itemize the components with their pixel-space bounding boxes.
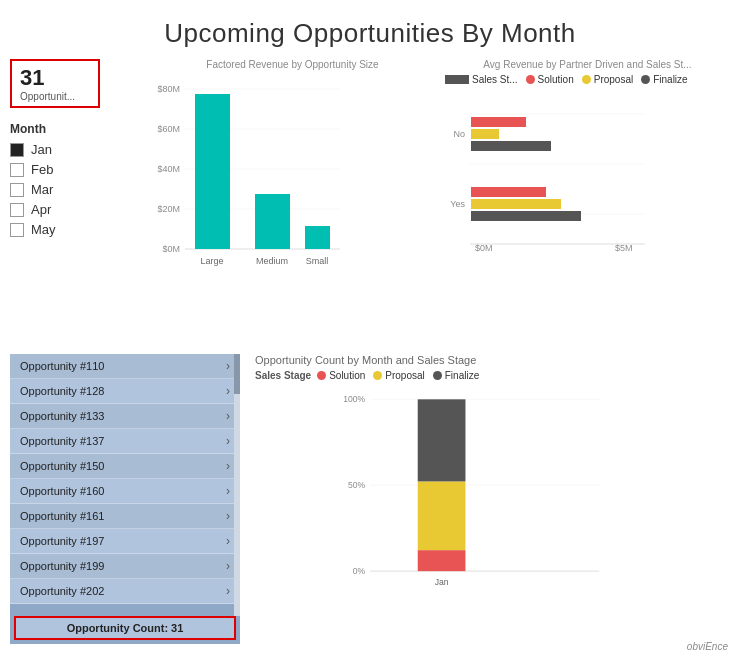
opportunity-item[interactable]: Opportunity #110›: [10, 354, 240, 379]
opportunity-item[interactable]: Opportunity #133›: [10, 404, 240, 429]
month-checkbox-mar[interactable]: [10, 183, 24, 197]
legend-proposal-label: Proposal: [594, 74, 633, 85]
opp-legend-solution: Solution: [317, 370, 365, 381]
svg-text:Small: Small: [306, 256, 329, 266]
opp-count-svg: 100% 50% 0% Jan: [255, 385, 695, 595]
factored-revenue-chart: Factored Revenue by Opportunity Size $80…: [150, 59, 435, 349]
legend-sales-stage-icon: [445, 75, 469, 84]
svg-text:100%: 100%: [343, 394, 365, 404]
month-item-apr[interactable]: Apr: [10, 202, 150, 217]
opportunity-item[interactable]: Opportunity #160›: [10, 479, 240, 504]
month-item-jan[interactable]: Jan: [10, 142, 150, 157]
page-title: Upcoming Opportunities By Month: [0, 0, 740, 59]
chevron-right-icon: ›: [226, 559, 230, 573]
opp-legend-proposal: Proposal: [373, 370, 424, 381]
legend-solution-label: Solution: [538, 74, 574, 85]
top-section: 31 Opportunit... Month JanFebMarAprMay F…: [0, 59, 740, 349]
avg-revenue-chart-title: Avg Revenue by Partner Driven and Sales …: [445, 59, 730, 70]
chevron-right-icon: ›: [226, 584, 230, 598]
legend-solution-dot: [526, 75, 535, 84]
month-item-mar[interactable]: Mar: [10, 182, 150, 197]
opportunity-count-chart: Opportunity Count by Month and Sales Sta…: [240, 354, 730, 644]
svg-rect-26: [471, 141, 551, 151]
month-label-jan: Jan: [31, 142, 52, 157]
opportunity-item[interactable]: Opportunity #202›: [10, 579, 240, 604]
opportunity-item-label: Opportunity #137: [20, 435, 104, 447]
month-item-may[interactable]: May: [10, 222, 150, 237]
opportunity-item-label: Opportunity #202: [20, 585, 104, 597]
bottom-section: Opportunity #110›Opportunity #128›Opport…: [0, 354, 740, 644]
branding: obviEnce: [687, 641, 728, 652]
month-item-feb[interactable]: Feb: [10, 162, 150, 177]
month-checkbox-jan[interactable]: [10, 143, 24, 157]
svg-rect-38: [418, 399, 466, 481]
svg-text:$0M: $0M: [162, 244, 180, 254]
month-label-may: May: [31, 222, 56, 237]
factored-revenue-svg: $80M $60M $40M $20M $0M Large Mediu: [150, 74, 350, 274]
kpi-box: 31 Opportunit...: [10, 59, 100, 108]
svg-text:50%: 50%: [348, 480, 366, 490]
svg-text:Yes: Yes: [450, 199, 465, 209]
chevron-right-icon: ›: [226, 384, 230, 398]
svg-text:No: No: [453, 129, 465, 139]
avg-revenue-chart: Avg Revenue by Partner Driven and Sales …: [445, 59, 730, 349]
legend-sales-stage: Sales St...: [445, 74, 518, 85]
month-checkbox-may[interactable]: [10, 223, 24, 237]
opportunity-item-label: Opportunity #110: [20, 360, 104, 372]
left-panel: 31 Opportunit... Month JanFebMarAprMay: [10, 59, 150, 349]
month-filter-title: Month: [10, 122, 150, 136]
chevron-right-icon: ›: [226, 359, 230, 373]
svg-text:Medium: Medium: [256, 256, 288, 266]
opp-count-legend: Sales Stage Solution Proposal Finalize: [255, 370, 730, 381]
month-checkbox-apr[interactable]: [10, 203, 24, 217]
kpi-label: Opportunit...: [20, 91, 90, 102]
legend-finalize: Finalize: [641, 74, 687, 85]
opportunity-item[interactable]: Opportunity #197›: [10, 529, 240, 554]
opportunity-item[interactable]: Opportunity #199›: [10, 554, 240, 579]
legend-proposal: Proposal: [582, 74, 633, 85]
svg-rect-27: [471, 187, 546, 197]
svg-rect-24: [471, 117, 526, 127]
chevron-right-icon: ›: [226, 534, 230, 548]
avg-revenue-legend: Sales St... Solution Proposal Finalize: [445, 74, 730, 85]
opp-legend-finalize: Finalize: [433, 370, 479, 381]
kpi-number: 31: [20, 65, 90, 91]
opportunity-item-label: Opportunity #199: [20, 560, 104, 572]
svg-text:Jan: Jan: [435, 577, 449, 587]
month-label-mar: Mar: [31, 182, 53, 197]
chevron-right-icon: ›: [226, 409, 230, 423]
svg-rect-37: [418, 481, 466, 550]
opp-items-container: Opportunity #110›Opportunity #128›Opport…: [10, 354, 240, 604]
legend-finalize-dot: [641, 75, 650, 84]
legend-solution: Solution: [526, 74, 574, 85]
legend-proposal-dot: [582, 75, 591, 84]
month-filter: Month JanFebMarAprMay: [10, 122, 150, 237]
legend-sales-stage-label: Sales St...: [472, 74, 518, 85]
opportunity-item[interactable]: Opportunity #161›: [10, 504, 240, 529]
opportunity-item[interactable]: Opportunity #150›: [10, 454, 240, 479]
opp-legend-proposal-dot: [373, 371, 382, 380]
chevron-right-icon: ›: [226, 459, 230, 473]
month-checkbox-feb[interactable]: [10, 163, 24, 177]
month-label-feb: Feb: [31, 162, 53, 177]
svg-rect-28: [471, 199, 561, 209]
month-label-apr: Apr: [31, 202, 51, 217]
svg-text:$40M: $40M: [157, 164, 180, 174]
opportunity-count-bar: Opportunity Count: 31: [14, 616, 236, 640]
svg-rect-11: [255, 194, 290, 249]
opportunity-item-label: Opportunity #150: [20, 460, 104, 472]
opportunity-item-label: Opportunity #160: [20, 485, 104, 497]
svg-text:0%: 0%: [353, 566, 366, 576]
chevron-right-icon: ›: [226, 434, 230, 448]
charts-top: Factored Revenue by Opportunity Size $80…: [150, 59, 730, 349]
chevron-right-icon: ›: [226, 509, 230, 523]
opp-legend-solution-dot: [317, 371, 326, 380]
opportunity-item[interactable]: Opportunity #128›: [10, 379, 240, 404]
opportunity-item-label: Opportunity #197: [20, 535, 104, 547]
svg-rect-12: [305, 226, 330, 249]
legend-finalize-label: Finalize: [653, 74, 687, 85]
opportunity-item-label: Opportunity #161: [20, 510, 104, 522]
opportunity-item[interactable]: Opportunity #137›: [10, 429, 240, 454]
opportunity-item-label: Opportunity #128: [20, 385, 104, 397]
factored-revenue-chart-title: Factored Revenue by Opportunity Size: [150, 59, 435, 70]
